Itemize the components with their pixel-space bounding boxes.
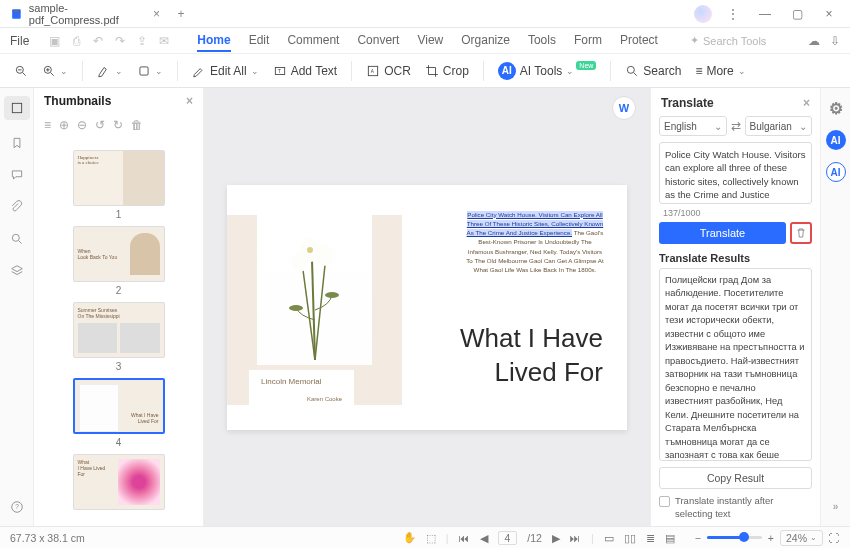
page-viewport[interactable]: W Lincoln Memorial Karen Cooke Pol <box>204 88 650 526</box>
fullscreen-icon[interactable]: ⛶ <box>829 532 840 544</box>
source-language-select[interactable]: English <box>659 116 727 136</box>
clear-button[interactable] <box>790 222 812 244</box>
continuous-icon[interactable]: ≣ <box>646 532 655 544</box>
search-tools[interactable]: ✦ Search Tools <box>690 34 766 47</box>
highlight-button[interactable]: ⌄ <box>97 64 123 78</box>
tab-protect[interactable]: Protect <box>620 33 658 48</box>
instant-translate-option[interactable]: Translate instantly after selecting text <box>659 495 812 520</box>
ocr-button[interactable]: AOCR <box>366 64 411 78</box>
close-tab-icon[interactable]: × <box>153 7 160 21</box>
zoom-out-thumb-icon[interactable]: ⊖ <box>77 118 87 132</box>
results-heading: Translate Results <box>659 252 812 264</box>
ai-assistant-icon[interactable]: AI <box>826 130 846 150</box>
undo-icon[interactable]: ↶ <box>91 34 105 48</box>
rotate-cw-icon[interactable]: ↻ <box>113 118 123 132</box>
zoom-out-button[interactable] <box>14 64 28 78</box>
single-page-icon[interactable]: ▭ <box>604 532 614 544</box>
shape-button[interactable]: ⌄ <box>137 64 163 78</box>
translate-panel: Translate × English ⇄ Bulgarian Police C… <box>650 88 820 526</box>
new-badge: New <box>576 61 596 70</box>
first-page-icon[interactable]: ⏮ <box>459 532 470 544</box>
comment-icon[interactable] <box>8 166 26 184</box>
mail-icon[interactable]: ✉ <box>157 34 171 48</box>
page-body-text[interactable]: Police City Watch House. Visitors Can Ex… <box>465 210 605 275</box>
save-icon[interactable]: ▣ <box>47 34 61 48</box>
thumbnail-page-3[interactable]: Summer SunrisesOn The Mississippi 3 <box>44 302 193 372</box>
zoom-in-status-icon[interactable]: + <box>768 532 774 544</box>
translate-button[interactable]: Translate <box>659 222 786 244</box>
close-thumbnails-icon[interactable]: × <box>186 94 193 108</box>
more-button[interactable]: ≡More⌄ <box>695 64 745 78</box>
target-language-select[interactable]: Bulgarian <box>745 116 813 136</box>
thumbnail-page-4[interactable]: What I HaveLived For 4 <box>44 378 193 448</box>
thumbnail-page-1[interactable]: Happinessis a choice 1 <box>44 150 193 220</box>
source-text-box[interactable]: Police City Watch House. Visitors can ex… <box>659 142 812 204</box>
add-text-button[interactable]: TAdd Text <box>273 64 337 78</box>
tab-view[interactable]: View <box>417 33 443 48</box>
menubar: File ▣ ⎙ ↶ ↷ ⇪ ✉ Home Edit Comment Conve… <box>0 28 850 54</box>
last-page-icon[interactable]: ⏭ <box>570 532 581 544</box>
select-tool-icon[interactable]: ⬚ <box>426 532 436 544</box>
word-export-icon[interactable]: W <box>612 96 636 120</box>
svg-rect-0 <box>12 9 21 19</box>
page-flower-image <box>257 205 372 365</box>
cloud-icon[interactable]: ☁ <box>808 34 820 48</box>
redo-icon[interactable]: ↷ <box>113 34 127 48</box>
tab-comment[interactable]: Comment <box>287 33 339 48</box>
delete-thumb-icon[interactable]: 🗑 <box>131 118 143 132</box>
rotate-ccw-icon[interactable]: ↺ <box>95 118 105 132</box>
minimize-button[interactable]: — <box>754 7 776 21</box>
tab-organize[interactable]: Organize <box>461 33 510 48</box>
zoom-in-thumb-icon[interactable]: ⊕ <box>59 118 69 132</box>
thumbnails-panel: Thumbnails × ≡ ⊕ ⊖ ↺ ↻ 🗑 Happinessis a c… <box>34 88 204 526</box>
crop-button[interactable]: Crop <box>425 64 469 78</box>
close-window-button[interactable]: × <box>818 7 840 21</box>
tab-convert[interactable]: Convert <box>357 33 399 48</box>
collapse-icon[interactable]: » <box>826 496 846 516</box>
ai-alt-icon[interactable]: AI <box>826 162 846 182</box>
help-icon[interactable]: ? <box>8 498 26 516</box>
hamburger-icon: ≡ <box>695 64 702 78</box>
share-icon[interactable]: ⇪ <box>135 34 149 48</box>
zoom-level-select[interactable]: 24%⌄ <box>780 530 823 546</box>
result-text-box[interactable]: Полицейски град Дом за наблюдение. Посет… <box>659 268 812 461</box>
thumbnail-page-2[interactable]: WhenLook Back To You 2 <box>44 226 193 296</box>
flower-svg <box>270 220 360 360</box>
file-menu[interactable]: File <box>10 34 29 48</box>
tab-home[interactable]: Home <box>197 33 230 52</box>
zoom-in-button[interactable]: ⌄ <box>42 64 68 78</box>
svg-line-3 <box>23 72 26 75</box>
read-mode-icon[interactable]: ▤ <box>665 532 675 544</box>
search-button[interactable]: Search <box>625 64 681 78</box>
attachment-icon[interactable] <box>8 198 26 216</box>
edit-all-button[interactable]: Edit All⌄ <box>192 64 259 78</box>
two-page-icon[interactable]: ▯▯ <box>624 532 636 544</box>
zoom-out-status-icon[interactable]: − <box>695 532 701 544</box>
bookmark-icon[interactable] <box>8 134 26 152</box>
add-tab-button[interactable]: + <box>170 3 192 25</box>
search-panel-icon[interactable] <box>8 230 26 248</box>
download-icon[interactable]: ⇩ <box>830 34 840 48</box>
hand-tool-icon[interactable]: ✋ <box>403 531 416 544</box>
instant-checkbox[interactable] <box>659 496 670 507</box>
thumbnails-icon[interactable] <box>4 96 30 120</box>
maximize-button[interactable]: ▢ <box>786 7 808 21</box>
prev-page-icon[interactable]: ◀ <box>480 532 488 544</box>
tab-form[interactable]: Form <box>574 33 602 48</box>
print-icon[interactable]: ⎙ <box>69 34 83 48</box>
copy-result-button[interactable]: Copy Result <box>659 467 812 489</box>
kebab-icon[interactable]: ⋮ <box>722 7 744 21</box>
document-tab[interactable]: sample-pdf_Compress.pdf × <box>0 1 170 27</box>
ai-tools-button[interactable]: AIAI Tools⌄New <box>498 62 596 80</box>
close-translate-icon[interactable]: × <box>803 96 810 110</box>
thumbnail-page-5[interactable]: WhatI Have Lived For <box>44 454 193 510</box>
list-icon[interactable]: ≡ <box>44 118 51 132</box>
zoom-slider[interactable] <box>707 536 762 539</box>
tab-edit[interactable]: Edit <box>249 33 270 48</box>
next-page-icon[interactable]: ▶ <box>552 532 560 544</box>
tab-tools[interactable]: Tools <box>528 33 556 48</box>
layers-icon[interactable] <box>8 262 26 280</box>
swap-languages-icon[interactable]: ⇄ <box>731 119 741 133</box>
page-input[interactable]: 4 <box>498 531 518 545</box>
settings-icon[interactable]: ⚙ <box>826 98 846 118</box>
